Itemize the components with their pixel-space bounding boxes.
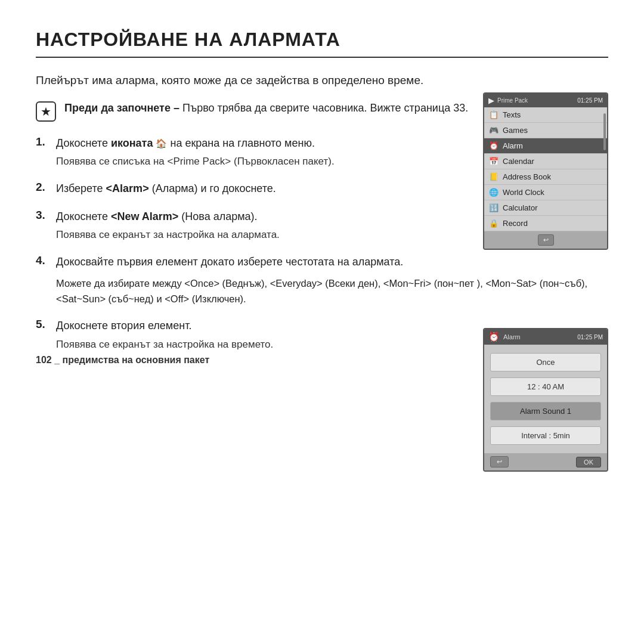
menu-item-icon: 🎮 bbox=[489, 126, 499, 135]
menu-list: 📋Texts🎮Games⏰Alarm📅Calendar📒Address Book… bbox=[484, 107, 607, 231]
device-top-footer: ↩ bbox=[484, 231, 607, 249]
device-top-time: 01:25 PM bbox=[577, 97, 603, 104]
step-4-num: 4. bbox=[36, 254, 50, 267]
device-top-header: ▶ Prime Pack 01:25 PM bbox=[484, 94, 607, 107]
menu-item-icon: 📅 bbox=[489, 157, 499, 166]
menu-item-icon: 📋 bbox=[489, 110, 499, 119]
menu-item-label: Calculator bbox=[503, 203, 538, 212]
device-bottom-time: 01:25 PM bbox=[577, 334, 603, 340]
ok-button[interactable]: OK bbox=[576, 457, 601, 467]
alarm-body: Once12 : 40 AMAlarm Sound 1Interval : 5m… bbox=[484, 345, 607, 453]
menu-item[interactable]: 🎮Games bbox=[484, 123, 607, 138]
menu-item-label: World Clock bbox=[503, 188, 544, 197]
alarm-field[interactable]: 12 : 40 AM bbox=[490, 377, 601, 396]
menu-item[interactable]: ⏰Alarm bbox=[484, 138, 607, 154]
page-footer: 102 _ предимства на основния пакет bbox=[36, 355, 209, 366]
menu-item-label: Address Book bbox=[503, 172, 551, 181]
alarm-footer: ↩ OK bbox=[484, 453, 607, 470]
scrollbar-indicator bbox=[603, 107, 606, 231]
alarm-header-left: ⏰ Alarm bbox=[488, 332, 521, 342]
step-4-content: Докосвайте първия елемент докато изберет… bbox=[56, 253, 608, 307]
step-5-num: 5. bbox=[36, 318, 50, 331]
alarm-header-title: Alarm bbox=[503, 333, 521, 340]
page-title: НАСТРОЙВАНЕ НА АЛАРМАТА bbox=[36, 29, 608, 58]
device-top-play-icon: ▶ bbox=[488, 96, 494, 105]
alarm-field[interactable]: Once bbox=[490, 353, 601, 371]
device-top-screen: ▶ Prime Pack 01:25 PM 📋Texts🎮Games⏰Alarm… bbox=[483, 92, 608, 250]
device-bottom: ⏰ Alarm 01:25 PM Once12 : 40 AMAlarm Sou… bbox=[483, 328, 608, 472]
device-top-title: Prime Pack bbox=[497, 97, 528, 104]
scrollbar-thumb bbox=[603, 113, 606, 150]
note-text: Преди да започнете – Първо трябва да све… bbox=[64, 100, 468, 116]
star-icon: ★ bbox=[36, 101, 56, 122]
menu-item-icon: 🔢 bbox=[489, 203, 499, 212]
menu-item-icon: 🔒 bbox=[489, 219, 499, 228]
menu-item-label: Calendar bbox=[503, 157, 534, 166]
alarm-screen: ⏰ Alarm 01:25 PM Once12 : 40 AMAlarm Sou… bbox=[483, 328, 608, 472]
alarm-header: ⏰ Alarm 01:25 PM bbox=[484, 329, 607, 345]
menu-list-wrapper: 📋Texts🎮Games⏰Alarm📅Calendar📒Address Book… bbox=[484, 107, 607, 231]
alarm-field[interactable]: Alarm Sound 1 bbox=[490, 402, 601, 420]
back-button-top[interactable]: ↩ bbox=[538, 234, 554, 246]
menu-item-label: Games bbox=[503, 126, 528, 135]
menu-item[interactable]: 🌐World Clock bbox=[484, 185, 607, 200]
menu-item[interactable]: 📒Address Book bbox=[484, 169, 607, 185]
step-3-num: 3. bbox=[36, 209, 50, 222]
intro-paragraph: Плейърът има аларма, която може да се за… bbox=[36, 72, 608, 89]
menu-item-label: Record bbox=[503, 219, 528, 228]
back-button-bottom[interactable]: ↩ bbox=[490, 456, 509, 467]
step-4: 4. Докосвайте първия елемент докато избе… bbox=[36, 253, 608, 307]
device-top: ▶ Prime Pack 01:25 PM 📋Texts🎮Games⏰Alarm… bbox=[483, 92, 608, 250]
alarm-field[interactable]: Interval : 5min bbox=[490, 426, 601, 445]
page: НАСТРОЙВАНЕ НА АЛАРМАТА Плейърът има ала… bbox=[0, 0, 644, 387]
step-2-num: 2. bbox=[36, 181, 50, 194]
menu-item[interactable]: 📋Texts bbox=[484, 107, 607, 123]
step-1-num: 1. bbox=[36, 135, 50, 148]
menu-item[interactable]: 📅Calendar bbox=[484, 154, 607, 169]
menu-item-icon: 🌐 bbox=[489, 188, 499, 197]
menu-item-label: Texts bbox=[503, 110, 521, 119]
menu-item-icon: 📒 bbox=[489, 172, 499, 181]
step-4-options: Можете да избирате между <Once> (Веднъж)… bbox=[56, 275, 608, 307]
menu-item-icon: ⏰ bbox=[489, 141, 499, 150]
menu-item-label: Alarm bbox=[503, 141, 523, 150]
menu-item[interactable]: 🔢Calculator bbox=[484, 200, 607, 216]
device-top-header-left: ▶ Prime Pack bbox=[488, 96, 528, 105]
menu-item[interactable]: 🔒Record bbox=[484, 216, 607, 231]
alarm-header-icon: ⏰ bbox=[488, 332, 500, 342]
